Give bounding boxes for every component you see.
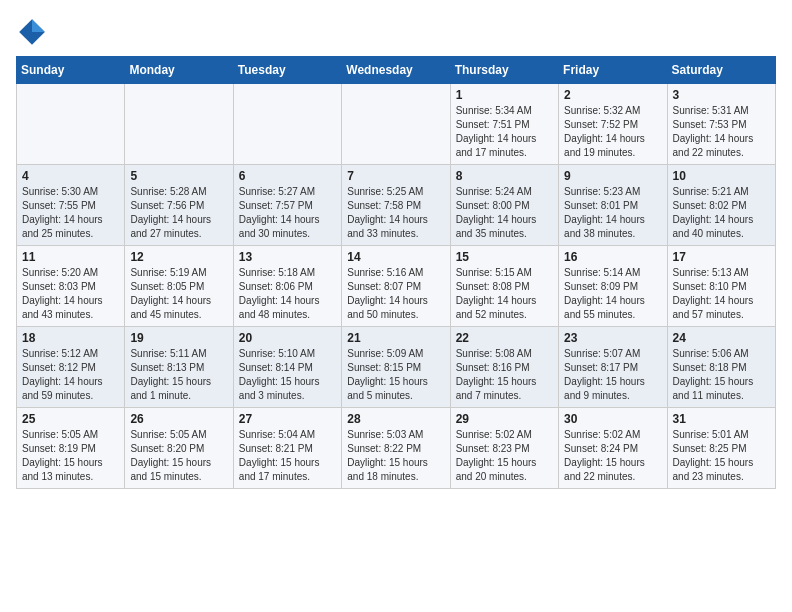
header-saturday: Saturday [667, 57, 775, 84]
calendar-cell: 29Sunrise: 5:02 AM Sunset: 8:23 PM Dayli… [450, 408, 558, 489]
calendar-cell: 18Sunrise: 5:12 AM Sunset: 8:12 PM Dayli… [17, 327, 125, 408]
day-number: 11 [22, 250, 119, 264]
day-info: Sunrise: 5:04 AM Sunset: 8:21 PM Dayligh… [239, 428, 336, 484]
day-number: 13 [239, 250, 336, 264]
calendar-cell: 31Sunrise: 5:01 AM Sunset: 8:25 PM Dayli… [667, 408, 775, 489]
day-number: 23 [564, 331, 661, 345]
day-info: Sunrise: 5:21 AM Sunset: 8:02 PM Dayligh… [673, 185, 770, 241]
calendar-cell: 9Sunrise: 5:23 AM Sunset: 8:01 PM Daylig… [559, 165, 667, 246]
logo-icon [16, 16, 48, 48]
day-info: Sunrise: 5:32 AM Sunset: 7:52 PM Dayligh… [564, 104, 661, 160]
header-tuesday: Tuesday [233, 57, 341, 84]
day-number: 12 [130, 250, 227, 264]
calendar-cell [233, 84, 341, 165]
day-info: Sunrise: 5:27 AM Sunset: 7:57 PM Dayligh… [239, 185, 336, 241]
calendar-cell: 4Sunrise: 5:30 AM Sunset: 7:55 PM Daylig… [17, 165, 125, 246]
header-wednesday: Wednesday [342, 57, 450, 84]
calendar-header-row: SundayMondayTuesdayWednesdayThursdayFrid… [17, 57, 776, 84]
day-number: 24 [673, 331, 770, 345]
day-number: 15 [456, 250, 553, 264]
calendar-cell: 28Sunrise: 5:03 AM Sunset: 8:22 PM Dayli… [342, 408, 450, 489]
calendar-cell: 1Sunrise: 5:34 AM Sunset: 7:51 PM Daylig… [450, 84, 558, 165]
day-number: 31 [673, 412, 770, 426]
calendar-cell: 20Sunrise: 5:10 AM Sunset: 8:14 PM Dayli… [233, 327, 341, 408]
calendar-week-3: 11Sunrise: 5:20 AM Sunset: 8:03 PM Dayli… [17, 246, 776, 327]
day-number: 16 [564, 250, 661, 264]
day-info: Sunrise: 5:09 AM Sunset: 8:15 PM Dayligh… [347, 347, 444, 403]
day-number: 21 [347, 331, 444, 345]
day-info: Sunrise: 5:12 AM Sunset: 8:12 PM Dayligh… [22, 347, 119, 403]
calendar-cell: 17Sunrise: 5:13 AM Sunset: 8:10 PM Dayli… [667, 246, 775, 327]
day-number: 9 [564, 169, 661, 183]
day-number: 17 [673, 250, 770, 264]
day-info: Sunrise: 5:02 AM Sunset: 8:24 PM Dayligh… [564, 428, 661, 484]
day-info: Sunrise: 5:28 AM Sunset: 7:56 PM Dayligh… [130, 185, 227, 241]
day-info: Sunrise: 5:24 AM Sunset: 8:00 PM Dayligh… [456, 185, 553, 241]
day-number: 4 [22, 169, 119, 183]
calendar-week-1: 1Sunrise: 5:34 AM Sunset: 7:51 PM Daylig… [17, 84, 776, 165]
day-number: 22 [456, 331, 553, 345]
calendar-week-2: 4Sunrise: 5:30 AM Sunset: 7:55 PM Daylig… [17, 165, 776, 246]
day-info: Sunrise: 5:25 AM Sunset: 7:58 PM Dayligh… [347, 185, 444, 241]
logo [16, 16, 52, 48]
page-header [16, 16, 776, 48]
header-monday: Monday [125, 57, 233, 84]
calendar-cell: 11Sunrise: 5:20 AM Sunset: 8:03 PM Dayli… [17, 246, 125, 327]
calendar-cell: 6Sunrise: 5:27 AM Sunset: 7:57 PM Daylig… [233, 165, 341, 246]
day-info: Sunrise: 5:14 AM Sunset: 8:09 PM Dayligh… [564, 266, 661, 322]
day-info: Sunrise: 5:11 AM Sunset: 8:13 PM Dayligh… [130, 347, 227, 403]
calendar-cell: 19Sunrise: 5:11 AM Sunset: 8:13 PM Dayli… [125, 327, 233, 408]
day-info: Sunrise: 5:10 AM Sunset: 8:14 PM Dayligh… [239, 347, 336, 403]
calendar-cell [17, 84, 125, 165]
day-info: Sunrise: 5:01 AM Sunset: 8:25 PM Dayligh… [673, 428, 770, 484]
calendar-cell: 15Sunrise: 5:15 AM Sunset: 8:08 PM Dayli… [450, 246, 558, 327]
day-number: 28 [347, 412, 444, 426]
calendar-cell: 12Sunrise: 5:19 AM Sunset: 8:05 PM Dayli… [125, 246, 233, 327]
day-info: Sunrise: 5:23 AM Sunset: 8:01 PM Dayligh… [564, 185, 661, 241]
day-number: 10 [673, 169, 770, 183]
day-info: Sunrise: 5:20 AM Sunset: 8:03 PM Dayligh… [22, 266, 119, 322]
day-number: 26 [130, 412, 227, 426]
day-info: Sunrise: 5:03 AM Sunset: 8:22 PM Dayligh… [347, 428, 444, 484]
calendar-cell: 22Sunrise: 5:08 AM Sunset: 8:16 PM Dayli… [450, 327, 558, 408]
day-info: Sunrise: 5:05 AM Sunset: 8:20 PM Dayligh… [130, 428, 227, 484]
calendar-cell: 2Sunrise: 5:32 AM Sunset: 7:52 PM Daylig… [559, 84, 667, 165]
calendar-cell: 25Sunrise: 5:05 AM Sunset: 8:19 PM Dayli… [17, 408, 125, 489]
calendar-week-4: 18Sunrise: 5:12 AM Sunset: 8:12 PM Dayli… [17, 327, 776, 408]
day-number: 7 [347, 169, 444, 183]
day-number: 29 [456, 412, 553, 426]
day-info: Sunrise: 5:30 AM Sunset: 7:55 PM Dayligh… [22, 185, 119, 241]
day-number: 14 [347, 250, 444, 264]
day-number: 2 [564, 88, 661, 102]
day-number: 1 [456, 88, 553, 102]
calendar-cell: 13Sunrise: 5:18 AM Sunset: 8:06 PM Dayli… [233, 246, 341, 327]
day-info: Sunrise: 5:13 AM Sunset: 8:10 PM Dayligh… [673, 266, 770, 322]
day-number: 30 [564, 412, 661, 426]
calendar-cell: 21Sunrise: 5:09 AM Sunset: 8:15 PM Dayli… [342, 327, 450, 408]
calendar-cell [342, 84, 450, 165]
calendar-week-5: 25Sunrise: 5:05 AM Sunset: 8:19 PM Dayli… [17, 408, 776, 489]
calendar-cell: 14Sunrise: 5:16 AM Sunset: 8:07 PM Dayli… [342, 246, 450, 327]
day-number: 18 [22, 331, 119, 345]
calendar-cell: 5Sunrise: 5:28 AM Sunset: 7:56 PM Daylig… [125, 165, 233, 246]
calendar-table: SundayMondayTuesdayWednesdayThursdayFrid… [16, 56, 776, 489]
calendar-cell: 24Sunrise: 5:06 AM Sunset: 8:18 PM Dayli… [667, 327, 775, 408]
day-number: 5 [130, 169, 227, 183]
day-number: 27 [239, 412, 336, 426]
day-number: 3 [673, 88, 770, 102]
header-thursday: Thursday [450, 57, 558, 84]
header-friday: Friday [559, 57, 667, 84]
day-number: 19 [130, 331, 227, 345]
day-info: Sunrise: 5:16 AM Sunset: 8:07 PM Dayligh… [347, 266, 444, 322]
svg-marker-1 [32, 19, 45, 32]
calendar-cell [125, 84, 233, 165]
day-info: Sunrise: 5:34 AM Sunset: 7:51 PM Dayligh… [456, 104, 553, 160]
calendar-cell: 10Sunrise: 5:21 AM Sunset: 8:02 PM Dayli… [667, 165, 775, 246]
calendar-cell: 27Sunrise: 5:04 AM Sunset: 8:21 PM Dayli… [233, 408, 341, 489]
day-number: 8 [456, 169, 553, 183]
header-sunday: Sunday [17, 57, 125, 84]
day-info: Sunrise: 5:02 AM Sunset: 8:23 PM Dayligh… [456, 428, 553, 484]
calendar-cell: 16Sunrise: 5:14 AM Sunset: 8:09 PM Dayli… [559, 246, 667, 327]
day-number: 6 [239, 169, 336, 183]
calendar-cell: 8Sunrise: 5:24 AM Sunset: 8:00 PM Daylig… [450, 165, 558, 246]
